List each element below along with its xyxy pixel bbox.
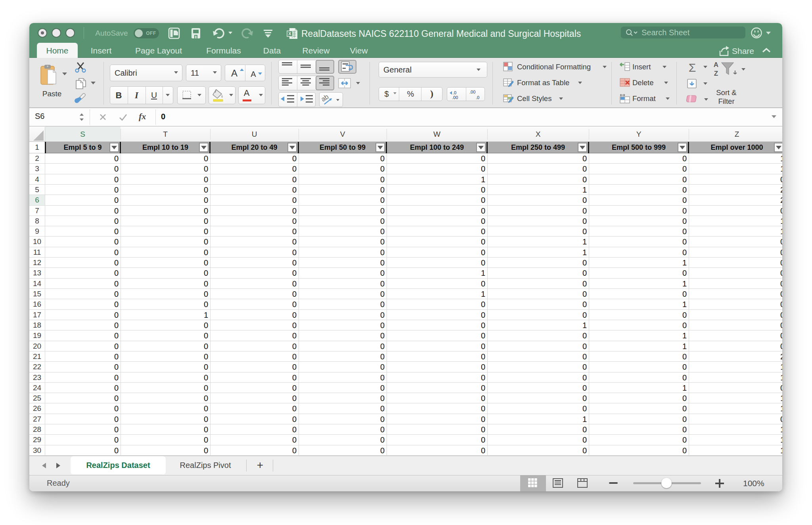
svg-text:.0: .0 xyxy=(453,90,456,95)
svg-text:.00: .00 xyxy=(452,95,458,100)
svg-text:X: X xyxy=(288,31,291,36)
svg-text:.00: .00 xyxy=(469,90,475,94)
svg-text:.0: .0 xyxy=(476,95,479,100)
svg-text:ab: ab xyxy=(321,94,330,103)
